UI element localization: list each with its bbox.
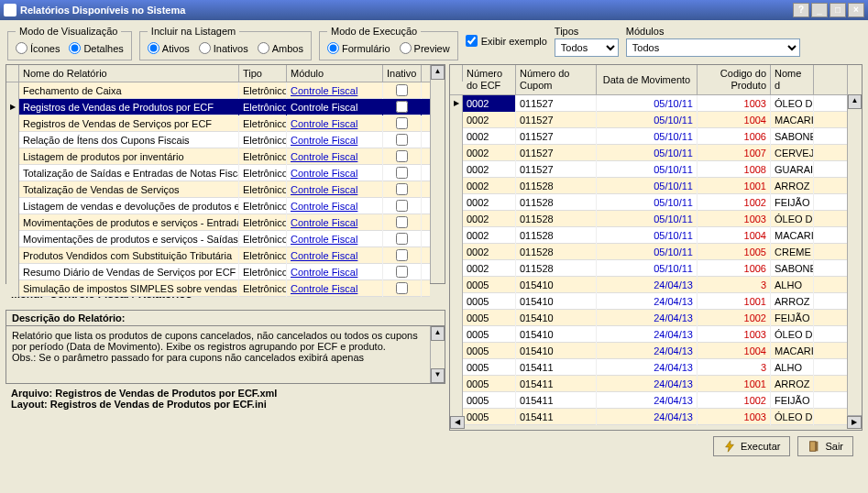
col-cupom[interactable]: Número do Cupom <box>516 65 597 94</box>
table-row[interactable]: Totalização de Saídas e Entradas de Nota… <box>6 165 430 181</box>
cell-module[interactable]: Controle Fiscal <box>287 115 383 132</box>
table-row[interactable]: 000501541024/04/131001ARROZ <box>450 293 847 310</box>
cell-module[interactable]: Controle Fiscal <box>287 181 383 198</box>
col-ecf[interactable]: Número do ECF <box>463 65 516 94</box>
table-row[interactable]: Registros de Vendas de Produtos por ECFE… <box>6 99 430 115</box>
radio-inactive[interactable]: Inativos <box>199 42 248 54</box>
table-row[interactable]: 000501541024/04/131002FEIJÃO <box>450 310 847 326</box>
cell-inactive[interactable] <box>383 264 422 280</box>
cell-inactive[interactable] <box>383 115 422 132</box>
inactive-checkbox[interactable] <box>396 266 408 278</box>
preview-grid-hscrollbar[interactable]: ◀ ▶ <box>450 415 862 430</box>
table-row[interactable]: 000501541124/04/131002FEIJÃO <box>450 392 847 409</box>
table-row[interactable]: Relação de Ítens dos Cupons FiscaisEletr… <box>6 132 430 148</box>
cell-inactive[interactable] <box>383 198 422 214</box>
radio-preview[interactable]: Preview <box>400 42 450 54</box>
description-scrollbar[interactable]: ▲ ▼ <box>430 326 445 383</box>
table-row[interactable]: 000501541124/04/131001ARROZ <box>450 376 847 392</box>
close-button[interactable]: × <box>848 3 864 17</box>
table-row[interactable]: Listagem de vendas e devoluções de produ… <box>6 198 430 214</box>
table-row[interactable]: 000201152705/10/111008GUARAI <box>450 161 847 178</box>
cell-inactive[interactable] <box>383 231 422 247</box>
table-row[interactable]: Produtos Vendidos com Substituição Tribu… <box>6 247 430 264</box>
cell-module[interactable]: Controle Fiscal <box>287 280 383 297</box>
cell-module[interactable]: Controle Fiscal <box>287 165 383 181</box>
preview-grid[interactable]: Número do ECF Número do Cupom Data de Mo… <box>449 64 863 431</box>
table-row[interactable]: 000201152805/10/111003ÓLEO D <box>450 211 847 227</box>
table-row[interactable]: 000201152705/10/111006SABONE <box>450 128 847 145</box>
types-combo[interactable]: Todos <box>555 38 619 57</box>
table-row[interactable]: 000501541124/04/133ALHO <box>450 359 847 376</box>
inactive-checkbox[interactable] <box>396 216 408 228</box>
scroll-up-icon[interactable]: ▲ <box>431 326 445 341</box>
table-row[interactable]: Movimentações de produtos e serviços - E… <box>6 214 430 231</box>
show-example-checkbox[interactable]: Exibir exemplo <box>466 26 547 47</box>
help-button[interactable]: ? <box>793 3 809 17</box>
cell-inactive[interactable] <box>383 214 422 231</box>
maximize-button[interactable]: □ <box>830 3 846 17</box>
table-row[interactable]: 000501541024/04/131004MACARI <box>450 343 847 359</box>
cell-module[interactable]: Controle Fiscal <box>287 148 383 165</box>
inactive-checkbox[interactable] <box>396 167 408 179</box>
scroll-down-icon[interactable]: ▼ <box>431 368 445 383</box>
col-data[interactable]: Data de Movimento <box>597 65 698 94</box>
scroll-up-icon[interactable]: ▲ <box>848 94 862 109</box>
modules-combo[interactable]: Todos <box>626 38 800 57</box>
execute-button[interactable]: Executar <box>713 436 790 456</box>
cell-inactive[interactable] <box>383 99 422 115</box>
cell-module[interactable]: Controle Fiscal <box>287 264 383 280</box>
col-nome[interactable]: Nome d <box>771 65 814 94</box>
cell-module[interactable]: Controle Fiscal <box>287 132 383 148</box>
inactive-checkbox[interactable] <box>396 101 408 113</box>
inactive-checkbox[interactable] <box>396 117 408 129</box>
table-row[interactable]: 000201152705/10/111003ÓLEO D <box>450 95 847 112</box>
table-row[interactable]: Movimentações de produtos e serviços - S… <box>6 231 430 247</box>
cell-inactive[interactable] <box>383 165 422 181</box>
table-row[interactable]: Listagem de produtos por inventárioEletr… <box>6 148 430 165</box>
table-row[interactable]: 000201152705/10/111007CERVEJ <box>450 145 847 161</box>
table-row[interactable]: 000201152805/10/111001ARROZ <box>450 178 847 194</box>
inactive-checkbox[interactable] <box>396 282 408 294</box>
cell-module[interactable]: Controle Fiscal <box>287 214 383 231</box>
inactive-checkbox[interactable] <box>396 84 408 96</box>
inactive-checkbox[interactable] <box>396 249 408 261</box>
cell-module[interactable]: Controle Fiscal <box>287 82 383 99</box>
cell-inactive[interactable] <box>383 132 422 148</box>
inactive-checkbox[interactable] <box>396 233 408 245</box>
table-row[interactable]: Fechamento de CaixaEletrônicoControle Fi… <box>6 82 430 99</box>
table-row[interactable]: 000501541024/04/133ALHO <box>450 277 847 293</box>
reports-grid[interactable]: Nome do Relatório Tipo Módulo Inativo Fe… <box>5 64 445 284</box>
cell-module[interactable]: Controle Fiscal <box>287 198 383 214</box>
preview-grid-vscrollbar[interactable]: ▲ <box>847 65 862 415</box>
table-row[interactable]: 000201152805/10/111004MACARI <box>450 227 847 244</box>
radio-form[interactable]: Formulário <box>327 42 390 54</box>
radio-details[interactable]: Detalhes <box>69 42 123 54</box>
cell-module[interactable]: Controle Fiscal <box>287 99 383 115</box>
table-row[interactable]: 000201152705/10/111004MACARI <box>450 112 847 128</box>
table-row[interactable]: 000201152805/10/111005CREME <box>450 244 847 260</box>
reports-grid-scrollbar[interactable]: ▲ <box>430 65 445 283</box>
col-type[interactable]: Tipo <box>239 65 287 82</box>
inactive-checkbox[interactable] <box>396 200 408 212</box>
radio-both[interactable]: Ambos <box>258 42 303 54</box>
col-codigo[interactable]: Codigo do Produto <box>698 65 771 94</box>
table-row[interactable]: Totalização de Vendas de ServiçosEletrôn… <box>6 181 430 198</box>
scroll-up-icon[interactable]: ▲ <box>431 65 445 80</box>
inactive-checkbox[interactable] <box>396 183 408 195</box>
cell-module[interactable]: Controle Fiscal <box>287 231 383 247</box>
table-row[interactable]: 000201152805/10/111002FEIJÃO <box>450 194 847 211</box>
radio-active[interactable]: Ativos <box>148 42 190 54</box>
cell-inactive[interactable] <box>383 280 422 297</box>
col-module[interactable]: Módulo <box>287 65 383 82</box>
table-row[interactable]: 000201152805/10/111006SABONE <box>450 260 847 277</box>
col-name[interactable]: Nome do Relatório <box>19 65 239 82</box>
cell-module[interactable]: Controle Fiscal <box>287 247 383 264</box>
table-row[interactable]: Registros de Vendas de Serviços por ECFE… <box>6 115 430 132</box>
cell-inactive[interactable] <box>383 148 422 165</box>
minimize-button[interactable]: _ <box>811 3 828 17</box>
scroll-left-icon[interactable]: ◀ <box>450 416 465 429</box>
inactive-checkbox[interactable] <box>396 134 408 146</box>
radio-icons[interactable]: Ícones <box>16 42 60 54</box>
table-row[interactable]: 000501541024/04/131003ÓLEO D <box>450 326 847 343</box>
cell-inactive[interactable] <box>383 247 422 264</box>
